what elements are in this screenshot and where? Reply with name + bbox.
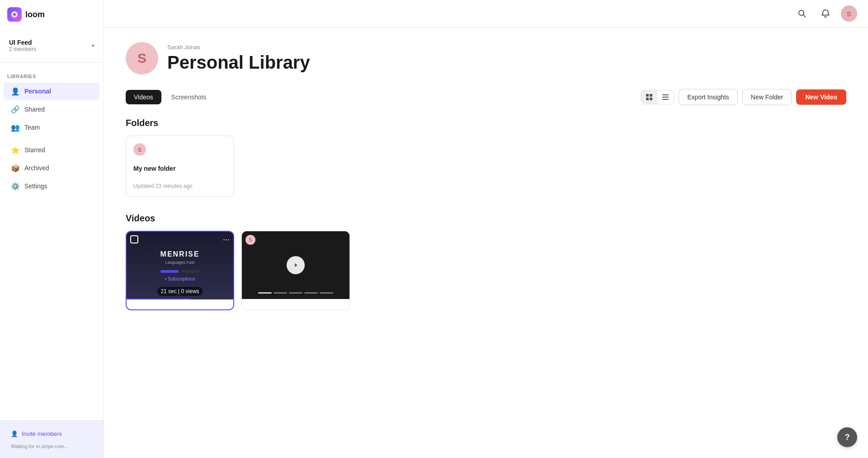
sidebar-item-archived-label: Archived — [24, 164, 49, 172]
sidebar-nav: Libraries 👤 Personal 🔗 Shared 👥 Team ⭐ S… — [0, 63, 104, 420]
svg-rect-7 — [650, 98, 652, 100]
invite-label: Invite members — [22, 430, 62, 437]
folders-title: Folders — [126, 118, 846, 128]
team-icon: 👥 — [11, 123, 20, 132]
folder-updated: Updated 23 minutes ago — [133, 183, 226, 189]
video-more-button-1[interactable]: ··· — [223, 235, 230, 243]
personal-icon: 👤 — [11, 87, 20, 96]
video-thumb-2: S — [242, 231, 349, 299]
thumb-logo: MENRISE — [160, 250, 200, 258]
sidebar: loom UI Feed 2 members ▾ Libraries 👤 Per… — [0, 0, 104, 458]
svg-line-3 — [803, 15, 806, 17]
invite-icon: 👤 — [11, 430, 18, 437]
svg-rect-9 — [662, 97, 669, 98]
loom-logo-icon — [7, 7, 22, 22]
svg-rect-6 — [646, 98, 649, 100]
workspace-header: UI Feed 2 members ▾ — [0, 29, 104, 63]
starred-icon: ⭐ — [11, 145, 20, 154]
svg-rect-10 — [662, 99, 669, 100]
sidebar-item-settings-label: Settings — [24, 182, 47, 190]
sidebar-bottom: 👤 Invite members Waiting for m.stripe.co… — [0, 420, 104, 458]
svg-rect-4 — [646, 94, 649, 97]
user-avatar-top[interactable]: S — [841, 5, 857, 22]
search-button[interactable] — [794, 5, 810, 22]
sidebar-item-starred-label: Starred — [24, 146, 45, 154]
list-view-button[interactable] — [657, 90, 674, 104]
sidebar-item-personal-label: Personal — [24, 88, 51, 95]
sidebar-item-team[interactable]: 👥 Team — [4, 119, 100, 136]
loom-logo: loom — [0, 0, 104, 29]
thumb-tag: • Subscriptions — [165, 276, 195, 281]
shared-icon: 🔗 — [11, 105, 20, 114]
sidebar-item-settings[interactable]: ⚙️ Settings — [4, 178, 100, 195]
workspace-selector[interactable]: UI Feed 2 members ▾ — [5, 36, 98, 55]
video-avatar-2: S — [245, 235, 255, 245]
new-video-button[interactable]: New Video — [796, 89, 846, 105]
settings-icon: ⚙️ — [11, 182, 20, 191]
content-area: S Sarah Jonas Personal Library Videos Sc… — [104, 28, 868, 458]
topbar: S — [104, 0, 868, 28]
invite-members-button[interactable]: 👤 Invite members — [5, 426, 98, 442]
videos-section: Videos MENRISE Languages Fast • Subscrip… — [126, 213, 846, 310]
folders-grid: S My new folder Updated 23 minutes ago — [126, 136, 846, 197]
svg-rect-8 — [662, 94, 669, 95]
sidebar-item-starred[interactable]: ⭐ Starred — [4, 141, 100, 159]
videos-title: Videos — [126, 213, 846, 224]
notifications-button[interactable] — [817, 5, 834, 22]
tabs: Videos Screenshots — [126, 90, 214, 104]
video-card-1-header: ··· — [130, 235, 230, 243]
archived-icon: 📦 — [11, 164, 20, 173]
svg-point-2 — [799, 10, 804, 15]
toolbar-actions: Export Insights New Folder New Video — [641, 89, 846, 105]
new-folder-button[interactable]: New Folder — [742, 89, 792, 105]
page-subtitle: Sarah Jonas — [167, 44, 310, 51]
folder-avatar: S — [133, 143, 146, 156]
main-area: S S Sarah Jonas Personal Library Videos … — [104, 0, 868, 458]
video-card-1[interactable]: MENRISE Languages Fast • Subscriptions — [126, 231, 234, 310]
page-title: Personal Library — [167, 52, 310, 73]
video-card-2-body — [242, 299, 349, 309]
tab-videos[interactable]: Videos — [126, 90, 161, 104]
export-insights-button[interactable]: Export Insights — [679, 89, 738, 105]
thumb-sub: Languages Fast — [165, 260, 195, 265]
play-icon — [287, 256, 305, 274]
video-card-2[interactable]: S — [241, 231, 350, 310]
view-toggle — [641, 90, 674, 104]
page-header: S Sarah Jonas Personal Library — [126, 42, 846, 75]
video-card-1-body — [127, 299, 233, 309]
sidebar-item-team-label: Team — [24, 124, 40, 131]
video-thumb-1: MENRISE Languages Fast • Subscriptions — [127, 232, 233, 299]
workspace-members: 2 members — [9, 46, 36, 52]
workspace-name: UI Feed — [9, 39, 36, 46]
folder-card[interactable]: S My new folder Updated 23 minutes ago — [126, 136, 234, 197]
page-user-avatar: S — [126, 42, 158, 75]
chevron-down-icon: ▾ — [92, 42, 94, 49]
status-text: Waiting for m.stripe.com... — [5, 442, 98, 453]
svg-marker-11 — [295, 263, 297, 267]
videos-grid: MENRISE Languages Fast • Subscriptions — [126, 231, 846, 310]
thumb-content-2 — [242, 231, 349, 299]
sidebar-item-personal[interactable]: 👤 Personal — [4, 83, 100, 100]
tab-screenshots[interactable]: Screenshots — [163, 90, 215, 104]
svg-point-1 — [13, 13, 16, 16]
sidebar-item-shared[interactable]: 🔗 Shared — [4, 101, 100, 118]
sidebar-item-archived[interactable]: 📦 Archived — [4, 159, 100, 177]
video-duration-1: 21 sec | 0 views — [157, 287, 203, 296]
toolbar: Videos Screenshots — [126, 89, 846, 105]
grid-view-button[interactable] — [641, 90, 657, 104]
libraries-label: Libraries — [0, 66, 104, 82]
folders-section: Folders S My new folder Updated 23 minut… — [126, 118, 846, 197]
folder-name: My new folder — [133, 165, 226, 172]
svg-rect-5 — [650, 94, 652, 97]
loom-logo-text: loom — [25, 10, 45, 19]
video-checkbox-1[interactable] — [130, 235, 138, 243]
help-button[interactable]: ? — [837, 427, 857, 447]
sidebar-item-shared-label: Shared — [24, 106, 45, 113]
